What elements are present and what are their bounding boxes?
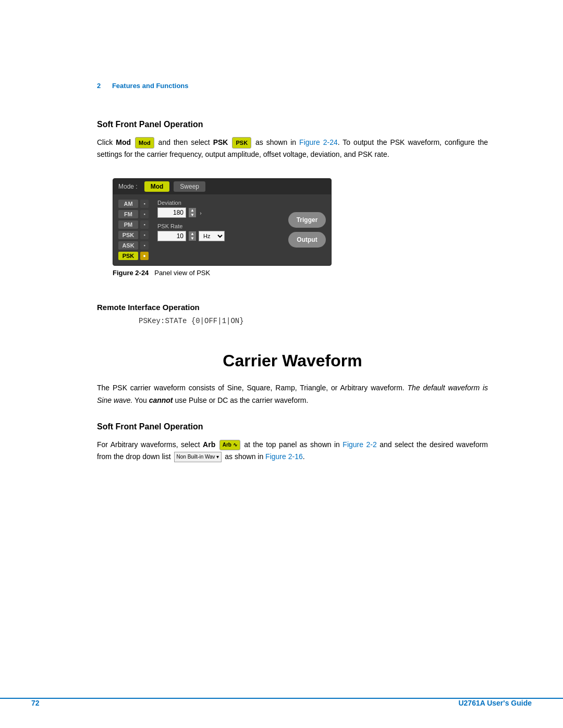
breadcrumb: 2 Features and Functions	[97, 81, 189, 90]
psk-rate-spin-down[interactable]: ▼	[189, 236, 196, 241]
am-icon: ▪	[140, 200, 149, 208]
breadcrumb-label: Features and Functions	[112, 82, 189, 90]
ask-label[interactable]: ASK	[118, 241, 138, 250]
panel-pm-btn: PM ▪	[118, 220, 152, 229]
pm-label[interactable]: PM	[118, 220, 138, 229]
carrier-waveform-para: The PSK carrier waveform consists of Sin…	[97, 382, 488, 406]
figure-caption-rest: Panel view of PSK	[151, 269, 210, 277]
deviation-label: Deviation	[157, 200, 283, 206]
deviation-group: Deviation ▲ ▼ ›	[157, 200, 283, 218]
panel-ui: Mode : Mod Sweep AM ▪ FM ▪	[113, 178, 332, 266]
mode-label: Mode :	[118, 183, 138, 190]
non-built-in-wav-dropdown[interactable]: Non Built-in Wav ▾	[174, 452, 222, 463]
panel-psk-btn: PSK ▪	[118, 231, 152, 239]
deviation-input-row: ▲ ▼ ›	[157, 207, 283, 218]
panel-psk2-btn: PSK ●	[118, 252, 152, 260]
psk-rate-group: PSK Rate ▲ ▼ Hz kHz MHz	[157, 223, 283, 241]
panel-body: AM ▪ FM ▪ PM ▪ PSK ▪	[113, 194, 331, 265]
figure-2-24-link-1[interactable]: Figure 2-24	[299, 138, 338, 146]
panel-mod-button[interactable]: Mod	[144, 181, 170, 192]
chapter-number: 2	[97, 82, 101, 90]
psk-rate-input[interactable]	[157, 231, 186, 241]
panel-center: Deviation ▲ ▼ ›	[157, 200, 283, 260]
psk2-label[interactable]: PSK	[118, 252, 138, 260]
output-button[interactable]: Output	[288, 232, 326, 248]
deviation-spinbox: ▲ ▼	[189, 208, 196, 217]
main-content: Soft Front Panel Operation Click Mod Mod…	[97, 104, 488, 469]
panel-ask-btn: ASK ▪	[118, 241, 152, 250]
panel-am-btn: AM ▪	[118, 200, 152, 208]
guide-title: U2761A User's Guide	[458, 699, 532, 707]
remote-interface-heading: Remote Interface Operation	[97, 303, 488, 312]
arb-button-inline: Arb ∿	[219, 440, 240, 451]
deviation-spin-down[interactable]: ▼	[189, 213, 196, 217]
am-label[interactable]: AM	[118, 200, 138, 208]
figure-2-24-container: Mode : Mod Sweep AM ▪ FM ▪	[113, 178, 332, 287]
fm-label[interactable]: FM	[118, 210, 138, 218]
figure-caption-bold: Figure 2-24	[113, 269, 149, 277]
chapter-title: Carrier Waveform	[97, 351, 488, 371]
panel-fm-btn: FM ▪	[118, 210, 152, 218]
psk-rate-unit-dropdown[interactable]: Hz kHz MHz	[199, 231, 225, 241]
page-number: 72	[31, 699, 40, 707]
deviation-arrow: ›	[200, 209, 202, 217]
panel-sweep-button[interactable]: Sweep	[174, 181, 205, 192]
deviation-input[interactable]	[157, 207, 186, 218]
psk-rate-input-row: ▲ ▼ Hz kHz MHz	[157, 231, 283, 241]
fm-icon: ▪	[140, 210, 149, 218]
panel-top-bar: Mode : Mod Sweep	[113, 179, 331, 194]
soft-front-panel-para-2: For Arbitrary waveforms, select Arb Arb …	[97, 439, 488, 463]
soft-front-panel-heading-1: Soft Front Panel Operation	[97, 120, 488, 129]
psk-rate-label: PSK Rate	[157, 223, 283, 229]
psk-label[interactable]: PSK	[118, 231, 138, 239]
panel-right-buttons: Trigger Output	[288, 200, 326, 260]
psk2-icon: ●	[140, 252, 149, 260]
psk-icon: ▪	[140, 231, 149, 239]
figure-2-16-link[interactable]: Figure 2-16	[265, 452, 303, 461]
soft-front-panel-para-1: Click Mod Mod and then select PSK PSK as…	[97, 137, 488, 161]
soft-front-panel-heading-2: Soft Front Panel Operation	[97, 422, 488, 431]
remote-interface-code: PSKey:STATe {0|OFF|1|ON}	[139, 317, 488, 325]
figure-2-2-link[interactable]: Figure 2-2	[342, 440, 376, 449]
ask-icon: ▪	[140, 241, 149, 250]
panel-left-buttons: AM ▪ FM ▪ PM ▪ PSK ▪	[118, 200, 152, 260]
mod-button-inline: Mod	[135, 137, 154, 149]
psk-button-inline: PSK	[232, 137, 251, 149]
page-footer: 72 U2761A User's Guide	[0, 698, 563, 707]
trigger-button[interactable]: Trigger	[288, 212, 326, 228]
pm-icon: ▪	[140, 220, 149, 229]
psk-rate-spinbox: ▲ ▼	[189, 231, 196, 241]
figure-2-24-caption: Figure 2-24 Panel view of PSK	[113, 269, 332, 277]
